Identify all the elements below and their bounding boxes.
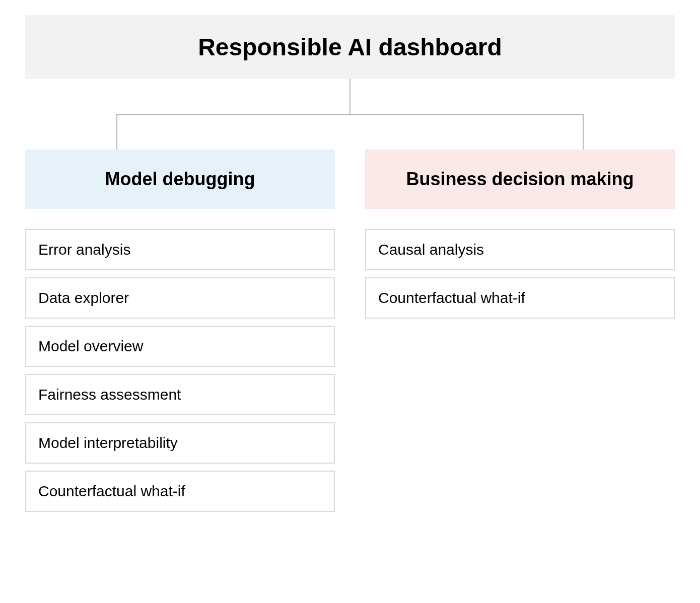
branch-right-header: Business decision making [365,149,675,209]
branch-right-items: Causal analysis Counterfactual what-if [365,229,675,319]
list-item: Fairness assessment [25,374,335,415]
list-item: Error analysis [25,229,335,270]
branch-left-items: Error analysis Data explorer Model overv… [25,229,335,512]
connector-lines [25,79,675,149]
branch-columns: Model debugging Error analysis Data expl… [25,149,675,512]
connector-bar [116,114,584,115]
root-title: Responsible AI dashboard [198,34,502,60]
list-item: Counterfactual what-if [25,471,335,512]
list-item: Model overview [25,326,335,367]
diagram-root: Responsible AI dashboard [25,15,675,79]
connector-drop-left [116,114,117,149]
connector-stem [349,79,351,114]
list-item: Causal analysis [365,229,675,270]
branch-right-title: Business decision making [406,169,634,189]
branch-right: Business decision making Causal analysis… [365,149,675,319]
branch-left-header: Model debugging [25,149,335,209]
list-item: Counterfactual what-if [365,277,675,319]
list-item: Model interpretability [25,422,335,464]
branch-left: Model debugging Error analysis Data expl… [25,149,335,512]
list-item: Data explorer [25,277,335,319]
connector-drop-right [583,114,584,149]
branch-left-title: Model debugging [105,169,255,189]
